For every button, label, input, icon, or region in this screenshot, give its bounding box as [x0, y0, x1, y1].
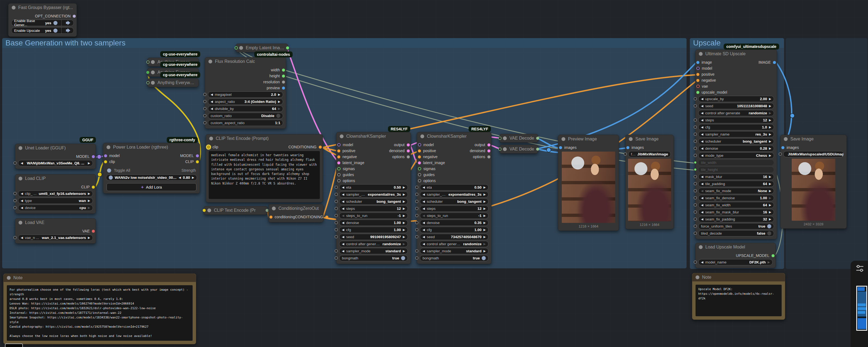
model-input-port[interactable] [696, 67, 700, 70]
decrement-arrow-icon[interactable]: ◀ [342, 186, 344, 189]
widget-slot[interactable] [415, 214, 418, 217]
widget-slot[interactable] [13, 162, 17, 165]
options-input-port[interactable] [337, 179, 341, 182]
sampler-mode-widget[interactable]: ◀sampler_modestandard▶ [420, 248, 489, 254]
toggle-all-knob[interactable] [107, 169, 111, 173]
note-text[interactable]: Upscale Model DF2K: https://openmodeldb.… [695, 285, 782, 316]
decrement-arrow-icon[interactable]: ◀ [21, 236, 23, 239]
widget-slot[interactable] [415, 228, 418, 231]
widget-slot[interactable] [694, 210, 697, 214]
clip-text-encode-pr-node[interactable]: CLIP Text Encode (Pr [204, 206, 268, 215]
mask-blur-widget[interactable]: ◀mask_blur16▶ [698, 174, 774, 180]
collapsed-output-port[interactable] [286, 46, 289, 49]
model-input-port[interactable] [104, 154, 107, 157]
height-output-port[interactable] [282, 75, 285, 77]
divisible-by-widget[interactable]: ◀divisible_by64▶ [208, 106, 283, 112]
tile-width-widget[interactable]: tile_width [698, 160, 774, 166]
increment-arrow-icon[interactable]: ▶ [769, 197, 771, 200]
negative-input-port[interactable] [696, 79, 700, 82]
decrement-arrow-icon[interactable]: ◀ [701, 175, 703, 178]
increment-arrow-icon[interactable]: ▶ [88, 162, 90, 165]
aspect-ratio-widget[interactable]: ◀aspect_ratio3:4 (Golden Ratio)▶ [208, 99, 283, 105]
save-image-node[interactable]: Save Imageimagesfilenam ...JibMixWan/ima… [625, 135, 674, 229]
widget-slot[interactable] [335, 256, 338, 259]
increment-arrow-icon[interactable]: ▶ [769, 154, 771, 157]
collapse-dot[interactable] [503, 136, 507, 140]
increment-arrow-icon[interactable]: ▶ [484, 228, 486, 231]
enable-base-gener-toggle[interactable]: Enable Base Gener...yes [11, 20, 74, 26]
collapse-dot[interactable] [239, 46, 243, 50]
collapse-dot[interactable] [695, 275, 700, 279]
widget-slot[interactable] [203, 100, 207, 103]
collapse-dot[interactable] [207, 208, 211, 212]
widget-slot[interactable] [13, 236, 17, 239]
decrement-arrow-icon[interactable]: ◀ [423, 200, 425, 203]
tile-height-widget[interactable]: tile_height [698, 167, 774, 173]
collapse-dot[interactable] [629, 137, 632, 141]
increment-arrow-icon[interactable]: ▶ [484, 214, 486, 217]
collapse-dot[interactable] [19, 221, 22, 224]
collapse-dot[interactable] [209, 137, 213, 140]
increment-arrow-icon[interactable]: ▶ [403, 242, 405, 245]
widget-slot[interactable] [415, 256, 418, 259]
widget-slot[interactable] [203, 114, 207, 117]
collapse-dot[interactable] [784, 137, 787, 141]
steps-widget[interactable]: ◀steps12▶ [420, 206, 489, 212]
increment-arrow-icon[interactable]: ▶ [278, 100, 280, 103]
sampler-name-widget[interactable]: ◀sampler_nameres_3s▶ [698, 131, 774, 137]
options-output-port[interactable] [407, 155, 410, 159]
widget-slot[interactable] [694, 232, 697, 235]
increment-arrow-icon[interactable]: ▶ [88, 206, 90, 209]
decrement-arrow-icon[interactable]: ◀ [342, 250, 344, 252]
vae-output-port[interactable] [92, 230, 95, 233]
increment-arrow-icon[interactable]: ▶ [403, 250, 405, 252]
increment-arrow-icon[interactable]: ▶ [769, 140, 771, 143]
widget-slot[interactable] [694, 140, 697, 143]
clip-text-encode-prompt-node[interactable]: CLIP Text Encode (Prompt)clipCONDITIONIN… [206, 134, 323, 203]
decrement-arrow-icon[interactable]: ◀ [342, 242, 344, 245]
widget-slot[interactable] [694, 175, 697, 178]
upscale-by-widget[interactable]: ◀upscale_by2.00▶ [698, 96, 774, 102]
widget-slot[interactable] [694, 261, 697, 264]
collapsed-input-port[interactable] [203, 209, 206, 212]
decrement-arrow-icon[interactable]: ◀ [21, 162, 23, 165]
clownsharksampler-node[interactable]: ClownsharKSamplermodeloutputpositivedeno… [417, 132, 492, 264]
widget-slot[interactable] [335, 235, 338, 238]
decrement-arrow-icon[interactable]: ◀ [21, 206, 23, 209]
toggle-knob[interactable] [276, 114, 280, 118]
seam-fix-width-widget[interactable]: ◀seam_fix_width64▶ [698, 202, 774, 208]
increment-arrow-icon[interactable]: ▶ [769, 204, 771, 207]
decrement-arrow-icon[interactable]: ◀ [423, 250, 425, 252]
control-after-generate-widget[interactable]: ◀control after generaterandomize▶ [420, 241, 489, 247]
collapsed-node-chip[interactable] [5, 343, 23, 347]
collapse-dot[interactable] [12, 6, 16, 9]
seed-widget[interactable]: ◀seed991069195809247▶ [339, 234, 408, 240]
decrement-arrow-icon[interactable]: ◀ [342, 221, 344, 224]
widget-slot[interactable] [415, 221, 418, 224]
widget-slot[interactable] [13, 192, 17, 195]
cfg-widget[interactable]: ◀cfg1.0▶ [698, 124, 774, 130]
flux-resolution-calc-node[interactable]: Flux Resolution Calcwidthheightresolutio… [205, 57, 286, 129]
widget-slot[interactable] [624, 152, 627, 156]
increment-arrow-icon[interactable]: ▶ [88, 236, 90, 239]
decrement-arrow-icon[interactable]: ◀ [211, 93, 213, 96]
latent-image-input-port[interactable] [418, 162, 421, 164]
widget-slot[interactable] [335, 200, 338, 203]
latent-image-input-port[interactable] [337, 162, 340, 164]
widget-slot[interactable] [694, 97, 697, 100]
conditioning-output-port[interactable] [325, 215, 328, 218]
widget-slot[interactable] [415, 249, 418, 252]
widget-slot[interactable] [203, 93, 207, 96]
collapse-dot[interactable] [19, 177, 22, 180]
bypass-knob[interactable] [53, 21, 58, 25]
vae-input-port[interactable] [696, 84, 700, 88]
increment-arrow-icon[interactable]: ▶ [403, 200, 405, 203]
collapsed-input-port[interactable] [146, 61, 150, 64]
decrement-arrow-icon[interactable]: ◀ [423, 242, 425, 245]
decrement-arrow-icon[interactable]: ◀ [701, 133, 703, 136]
toggle-knob[interactable] [401, 256, 405, 260]
seam-fix-denoise-widget[interactable]: ◀seam_fix_denoise1.00▶ [698, 195, 774, 201]
widget-slot[interactable] [694, 104, 697, 107]
increment-arrow-icon[interactable]: ▶ [769, 126, 771, 129]
output-output-port[interactable] [407, 143, 410, 146]
